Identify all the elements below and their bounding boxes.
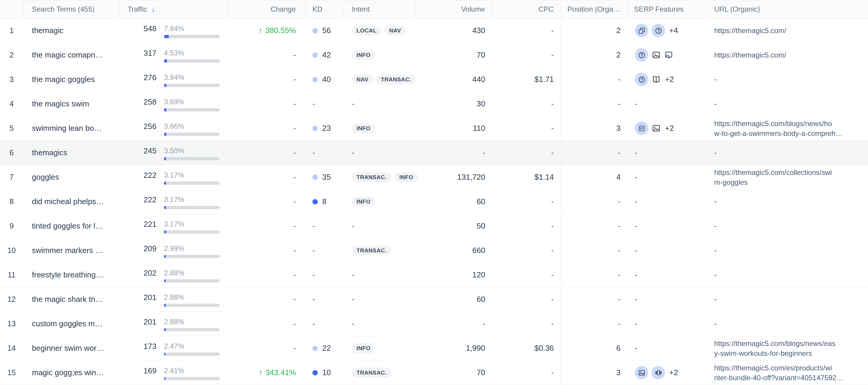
- url-cell[interactable]: -: [707, 214, 868, 238]
- url-cell[interactable]: -: [707, 141, 868, 165]
- url-cell[interactable]: https://themagic5.com/blogs/news/easy-sw…: [707, 336, 868, 360]
- url-cell[interactable]: -: [707, 92, 868, 116]
- table-row[interactable]: 9 tinted goggles for l… 221 3.17% - - - …: [0, 214, 868, 238]
- table-row[interactable]: 2 the magic comapn… 317 4.53% - 42 INFO …: [0, 43, 868, 67]
- kd-value: 10: [322, 368, 331, 377]
- empty-value-dash: -: [635, 270, 638, 280]
- traffic-cell: 173 2.47%: [119, 336, 228, 360]
- traffic-cell: 245 3.50%: [119, 141, 228, 165]
- traffic-value: 222: [119, 171, 156, 180]
- search-term-link[interactable]: themagic: [23, 19, 119, 43]
- url-cell[interactable]: https://themagic5.com/: [707, 43, 868, 67]
- empty-value-dash: -: [293, 246, 296, 255]
- table-row[interactable]: 1 themagic 548 7.84% ↑380.55% 56 LOCALNA…: [0, 19, 868, 43]
- table-row[interactable]: 11 freestyle breathing… 202 2.88% - - - …: [0, 263, 868, 287]
- organic-url-link[interactable]: y-swim-workouts-for-beginners: [714, 348, 812, 358]
- organic-url-link[interactable]: https://themagic5.com/blogs/news/ho: [714, 119, 832, 128]
- header-url-organic[interactable]: URL (Organic): [707, 0, 868, 18]
- url-cell[interactable]: https://themagic5.com/: [707, 19, 868, 43]
- search-term-link[interactable]: swimming lean bo…: [23, 116, 119, 140]
- search-term-link[interactable]: tinted goggles for l…: [23, 214, 119, 238]
- traffic-cell: 202 2.88%: [119, 263, 228, 287]
- organic-url-link[interactable]: m-goggles: [714, 177, 748, 187]
- traffic-share-bar: [164, 59, 220, 63]
- organic-url-link[interactable]: https://themagic5.com/blogs/news/eas: [714, 339, 836, 348]
- url-cell[interactable]: https://themagic5.com/blogs/news/how-to-…: [707, 116, 868, 140]
- kd-cell: -: [306, 141, 344, 165]
- header-search-terms[interactable]: Search Terms (455): [23, 0, 119, 18]
- intent-badge: NAV: [384, 26, 406, 35]
- table-row[interactable]: 3 the magic goggles 276 3.94% - 40 NAVTR…: [0, 67, 868, 92]
- table-row[interactable]: 5 swimming lean bo… 256 3.66% - 23 INFO …: [0, 116, 868, 141]
- url-cell[interactable]: -: [707, 238, 868, 262]
- header-intent[interactable]: Intent: [344, 0, 416, 18]
- organic-url-link[interactable]: https://themagic5.com/collections/swi: [714, 167, 832, 177]
- book-icon: [652, 75, 661, 84]
- empty-value-dash: -: [635, 319, 638, 328]
- url-cell[interactable]: https://themagic5.com/collections/swim-g…: [707, 165, 868, 189]
- search-term-link[interactable]: themagics: [23, 141, 119, 165]
- table-row[interactable]: 6 themagics 245 3.50% - - - - - - - -: [0, 141, 868, 165]
- cpc-cell: -: [492, 263, 561, 287]
- table-row[interactable]: 10 swimmer markers … 209 2.99% - - TRANS…: [0, 238, 868, 263]
- url-cell[interactable]: -: [707, 67, 868, 92]
- url-cell[interactable]: https://themagic5.com/es/products/winter…: [707, 360, 868, 385]
- table-row[interactable]: 4 the magics swim 258 3.69% - - - 30 - -…: [0, 92, 868, 116]
- empty-value-dash: -: [293, 172, 296, 182]
- empty-value-dash: -: [635, 246, 638, 255]
- header-serp-features[interactable]: SERP Features: [628, 0, 707, 18]
- table-row[interactable]: 12 the magic shark tn… 201 2.88% - - - 6…: [0, 287, 868, 312]
- search-terms-table: Search Terms (455) Traffic ↓ Change KD I…: [0, 0, 868, 385]
- sort-descending-icon[interactable]: ↓: [151, 5, 155, 14]
- traffic-value: 202: [119, 269, 156, 277]
- header-traffic[interactable]: Traffic ↓: [119, 0, 228, 18]
- search-term-link[interactable]: the magic comapn…: [23, 43, 119, 67]
- organic-url-link[interactable]: https://themagic5.com/: [714, 26, 786, 35]
- traffic-share-bar-fill: [164, 206, 166, 209]
- url-cell[interactable]: -: [707, 287, 868, 311]
- url-cell[interactable]: -: [707, 312, 868, 336]
- header-kd[interactable]: KD: [306, 0, 344, 18]
- traffic-share-bar-fill: [164, 279, 166, 283]
- empty-value-dash: -: [352, 295, 354, 304]
- kd-cell: 10: [306, 360, 344, 385]
- empty-value-dash: -: [312, 270, 315, 280]
- position-cell: -: [561, 92, 628, 116]
- header-position-organic[interactable]: Position (Orga…: [561, 0, 628, 18]
- header-cpc[interactable]: CPC: [492, 0, 561, 18]
- search-term-link[interactable]: freestyle breathing…: [23, 263, 119, 287]
- empty-value-dash: -: [714, 99, 717, 108]
- table-row[interactable]: 14 beginner swim wor… 173 2.47% - 22 INF…: [0, 336, 868, 360]
- empty-value-dash: -: [483, 319, 485, 328]
- empty-value-dash: -: [551, 246, 554, 255]
- search-term-link[interactable]: magic gogg;es win…: [23, 360, 119, 385]
- organic-url-link[interactable]: nter-bundle-40-off?variant=405147592…: [714, 373, 843, 383]
- table-row[interactable]: 8 did micheal phelps… 222 3.17% - 8 INFO…: [0, 190, 868, 214]
- search-term-link[interactable]: goggles: [23, 165, 119, 189]
- url-cell[interactable]: -: [707, 190, 868, 214]
- table-row[interactable]: 13 custom goggles m… 201 2.88% - - - - -…: [0, 312, 868, 336]
- header-volume[interactable]: Volume: [416, 0, 492, 18]
- search-term-link[interactable]: the magic shark tn…: [23, 287, 119, 311]
- search-term-link[interactable]: custom goggles m…: [23, 312, 119, 336]
- header-row-number: [0, 0, 23, 18]
- table-row[interactable]: 15 magic gogg;es win… 169 2.41% ↑343.41%…: [0, 360, 868, 385]
- organic-url-link[interactable]: https://themagic5.com/es/products/wi: [714, 363, 832, 373]
- serp-features-cell: [628, 43, 707, 67]
- search-term-link[interactable]: did micheal phelps…: [23, 190, 119, 214]
- traffic-share-bar-fill: [164, 303, 166, 307]
- url-cell[interactable]: -: [707, 263, 868, 287]
- intent-cell: -: [344, 214, 416, 238]
- search-term-link[interactable]: the magics swim: [23, 92, 119, 116]
- serp-features-cell: -: [628, 165, 707, 189]
- table-row[interactable]: 7 goggles 222 3.17% - 35 TRANSAC.INFO 13…: [0, 165, 868, 190]
- search-term-link[interactable]: beginner swim wor…: [23, 336, 119, 360]
- header-change[interactable]: Change: [228, 0, 306, 18]
- search-term-link[interactable]: swimmer markers …: [23, 238, 119, 262]
- traffic-share-percent: 2.41%: [164, 366, 220, 375]
- cpc-cell: $0.36: [492, 336, 561, 360]
- search-term-link[interactable]: the magic goggles: [23, 67, 119, 92]
- organic-url-link[interactable]: w-to-get-a-swimmers-body-a-compreh…: [714, 128, 843, 138]
- organic-url-link[interactable]: https://themagic5.com/: [714, 50, 786, 60]
- empty-value-dash: -: [352, 319, 354, 328]
